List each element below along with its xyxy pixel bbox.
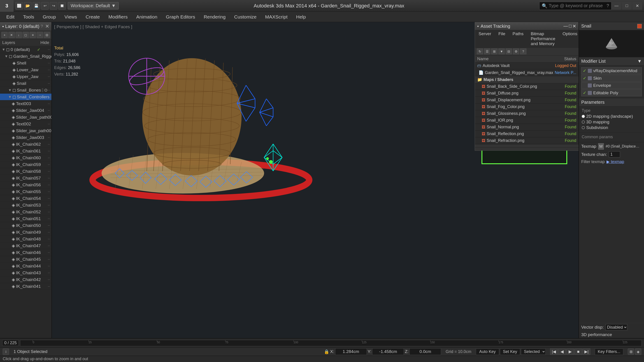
layer-item-ik-chain049[interactable]: ◈ IK_Chain049 ··· bbox=[0, 229, 52, 236]
asset-item-fog-color[interactable]: 🖼 Snail_Fog_Color.png Found bbox=[475, 103, 578, 110]
search-input[interactable] bbox=[549, 3, 605, 8]
add-selection-button[interactable]: ↓ bbox=[16, 32, 22, 38]
layer-item-ik-chain055[interactable]: ◈ IK_Chain055 ··· bbox=[0, 188, 52, 195]
layer-item-lower-jaw[interactable]: ◈ Lower_Jaw ··· bbox=[0, 66, 52, 73]
layer-props-button[interactable]: ≡ bbox=[30, 32, 36, 38]
type-3d-mapping[interactable]: 3D mapping bbox=[582, 119, 641, 124]
layer-item-ik-chain048[interactable]: ◈ IK_Chain048 ··· bbox=[0, 236, 52, 243]
asset-item-displacement[interactable]: 🖼 Snail_Displacement.png Found bbox=[475, 97, 578, 103]
asset-item-ior[interactable]: 🖼 Snail_IOR.png Found bbox=[475, 117, 578, 124]
menu-modifiers[interactable]: Modifiers bbox=[104, 13, 132, 21]
asset-menu-bitmap-perf[interactable]: Bitmap Performance and Memory bbox=[527, 30, 559, 47]
layer-item-default[interactable]: ▼ ◻ 0 (default) ✓ ··· bbox=[0, 46, 52, 53]
asset-help-btn[interactable]: ? bbox=[520, 48, 526, 54]
layer-item-upper-jaw[interactable]: ◈ Upper_Jaw ··· bbox=[0, 73, 52, 80]
layer-item-ik-chain056[interactable]: ◈ IK_Chain056 ··· bbox=[0, 182, 52, 188]
layer-item-ik-chain046[interactable]: ◈ IK_Chain046 ··· bbox=[0, 249, 52, 256]
layer-item-shell[interactable]: ◈ Shell ··· bbox=[0, 60, 52, 66]
prev-frame-button[interactable]: |◀ bbox=[550, 349, 558, 355]
layer-item-ik-chain052[interactable]: ◈ IK_Chain052 ··· bbox=[0, 209, 52, 215]
asset-maximize-button[interactable]: □ bbox=[569, 23, 572, 29]
layer-item-ik-chain059[interactable]: ◈ IK_Chain059 ··· bbox=[0, 161, 52, 168]
vector-disp-select[interactable]: Disabled Enabled bbox=[606, 324, 627, 331]
layer-item-ik-chain044[interactable]: ◈ IK_Chain044 ··· bbox=[0, 263, 52, 270]
layer-item-ik-chain051[interactable]: ◈ IK_Chain051 ··· bbox=[0, 215, 52, 222]
asset-settings-btn[interactable]: ⚙ bbox=[513, 48, 519, 54]
menu-customize[interactable]: Customize bbox=[230, 13, 260, 21]
extra-btn-2[interactable]: ◈ bbox=[635, 349, 641, 355]
layer-item-slider-jaw004[interactable]: ◈ Slider_Jaw004 ··· bbox=[0, 107, 52, 114]
asset-menu-server[interactable]: Server bbox=[475, 30, 495, 47]
modifier-vray-displacement[interactable]: ✓ vRayDisplacementMod bbox=[581, 67, 642, 74]
maximize-button[interactable]: □ bbox=[622, 2, 632, 10]
asset-refresh-btn[interactable]: ↻ bbox=[477, 48, 483, 54]
asset-tree-view-btn[interactable]: ⊞ bbox=[491, 48, 498, 54]
layer-item-ik-chain061[interactable]: ◈ IK_Chain061 ··· bbox=[0, 148, 52, 154]
layer-item-snail[interactable]: ◈ Snail ··· bbox=[0, 80, 52, 87]
auto-key-button[interactable]: Auto Key bbox=[476, 349, 499, 355]
menu-views[interactable]: Views bbox=[60, 13, 81, 21]
menu-group[interactable]: Group bbox=[38, 13, 60, 21]
filter-texmap-link[interactable]: ▶ texmap bbox=[606, 159, 624, 164]
type-subdivision[interactable]: Subdivision bbox=[582, 125, 641, 130]
asset-scrollbar-h[interactable] bbox=[475, 147, 578, 150]
menu-maxscript[interactable]: MAXScript bbox=[261, 13, 292, 21]
asset-item-back-side-color[interactable]: 🖼 Snail_Back_Side_Color.png Found bbox=[475, 83, 578, 90]
layer-item-ik-chain043[interactable]: ◈ IK_Chain043 ··· bbox=[0, 270, 52, 276]
set-key-button[interactable]: Set Key bbox=[500, 349, 520, 355]
layer-item-slider-jaw-path004[interactable]: ◈ Slider_Jaw_path004 ··· bbox=[0, 114, 52, 121]
layer-item-ik-chain045[interactable]: ◈ IK_Chain045 ··· bbox=[0, 256, 52, 263]
open-button[interactable]: 📂 bbox=[24, 2, 32, 10]
asset-item-vault[interactable]: 🗃 Autodesk Vault Logged Out bbox=[475, 62, 578, 69]
menu-create[interactable]: Create bbox=[82, 13, 104, 21]
layer-item-snail-controllers[interactable]: ▼ ◻ Snail_Controllers ··· bbox=[0, 94, 52, 100]
asset-scrollbar[interactable] bbox=[475, 144, 578, 147]
undo-button[interactable]: ↩ bbox=[41, 2, 49, 10]
layer-item-ik-chain042[interactable]: ◈ IK_Chain042 ··· bbox=[0, 276, 52, 283]
asset-menu-options[interactable]: Options bbox=[559, 30, 581, 47]
menu-help[interactable]: Help bbox=[292, 13, 310, 21]
minimize-button[interactable]: — bbox=[612, 2, 622, 10]
layer-item-ik-chain058[interactable]: ◈ IK_Chain058 ··· bbox=[0, 168, 52, 175]
move-to-layer-button[interactable]: → bbox=[36, 32, 43, 38]
asset-item-glossiness[interactable]: 🖼 Snail_Glossiness.png Found bbox=[475, 110, 578, 117]
next-frame-button[interactable]: ▶| bbox=[582, 349, 590, 355]
close-button[interactable]: ✕ bbox=[632, 2, 642, 10]
selected-dropdown[interactable]: Selected All bbox=[521, 349, 546, 355]
texmap-button[interactable]: M bbox=[598, 143, 604, 150]
play-button[interactable]: ▶ bbox=[566, 349, 574, 355]
asset-item-reflection[interactable]: 🖼 Snail_Reflection.png Found bbox=[475, 131, 578, 137]
layer-item-ik-chain060[interactable]: ◈ IK_Chain060 ··· bbox=[0, 154, 52, 161]
modifier-envelope[interactable]: Envelope bbox=[581, 82, 642, 89]
menu-graph-editors[interactable]: Graph Editors bbox=[162, 13, 199, 21]
layer-item-ik-chain050[interactable]: ◈ IK_Chain050 ··· bbox=[0, 222, 52, 229]
new-button[interactable]: ⬜ bbox=[15, 2, 23, 10]
mini-viewport-cube[interactable]: TOP bbox=[579, 30, 644, 57]
layer-item-garden-snail[interactable]: ▼ ◻ Garden_Snail_Rigged ··· bbox=[0, 53, 52, 60]
timeline-track[interactable]: 0 25 50 75 100 125 150 175 200 225 bbox=[20, 340, 642, 346]
play-back-button[interactable]: ◀ bbox=[558, 349, 566, 355]
layer-item-ik-chain054[interactable]: ◈ IK_Chain054 ··· bbox=[0, 195, 52, 202]
layers-list[interactable]: ▼ ◻ 0 (default) ✓ ··· ▼ ◻ Garden_Snail_R… bbox=[0, 46, 52, 338]
layer-item-ik-chain053[interactable]: ◈ IK_Chain053 ··· bbox=[0, 202, 52, 209]
layer-item-ik-chain057[interactable]: ◈ IK_Chain057 ··· bbox=[0, 175, 52, 182]
menu-tools[interactable]: Tools bbox=[19, 13, 38, 21]
texture-chan-input[interactable] bbox=[609, 151, 620, 157]
asset-filter-btn[interactable]: ▼ bbox=[498, 48, 505, 54]
asset-item-diffuse[interactable]: 🖼 Snail_Diffuse.png Found bbox=[475, 90, 578, 97]
layer-item-text002[interactable]: ◈ Text002 ··· bbox=[0, 121, 52, 127]
layers-close-button[interactable]: ✕ bbox=[45, 23, 49, 29]
asset-menu-file[interactable]: File bbox=[495, 30, 509, 47]
collapse-all-button[interactable]: ⊟ bbox=[44, 32, 50, 38]
asset-item-max-file[interactable]: 📄 Garden_Snail_Rigged_max_vray.max Netwo… bbox=[475, 69, 578, 76]
type-2d-mapping[interactable]: 2D mapping (landscape) bbox=[582, 114, 641, 119]
modifier-skin[interactable]: ✓ Skin bbox=[581, 75, 642, 82]
select-in-scene-button[interactable]: ◻ bbox=[22, 32, 29, 38]
modifier-editable-poly[interactable]: ✓ Editable Poly bbox=[581, 89, 642, 96]
render-button[interactable]: 🔲 bbox=[58, 2, 66, 10]
asset-item-normal[interactable]: 🖼 Snail_Normal.png Found bbox=[475, 124, 578, 131]
layer-item-slider-jaw-path003[interactable]: ◈ Slider_jaw_path003 ··· bbox=[0, 127, 52, 134]
redo-button[interactable]: ↪ bbox=[50, 2, 57, 10]
layer-item-snail-bones[interactable]: ▼ ◻ Snail_Bones ⊙ ··· bbox=[0, 87, 52, 94]
stop-button[interactable]: ■ bbox=[574, 349, 582, 355]
